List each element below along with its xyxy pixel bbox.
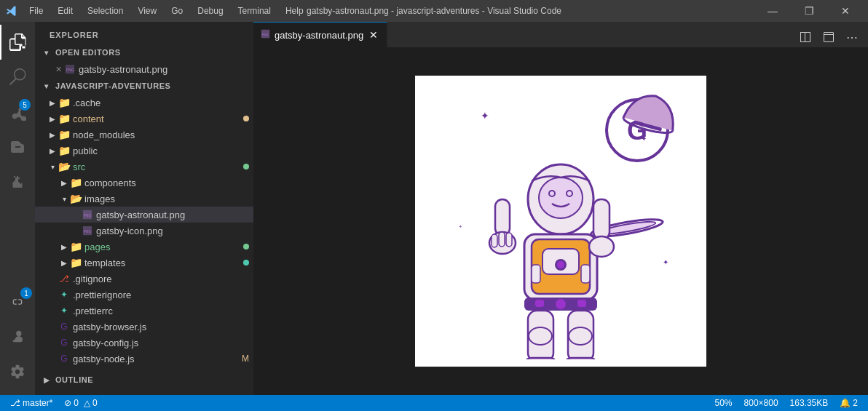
svg-rect-32 [532,265,540,283]
tree-components-folder[interactable]: ▶ 📁 components [35,175,253,191]
menu-terminal[interactable]: Terminal [232,4,277,17]
tree-gatsby-node-file[interactable]: ▶ G gatsby-node.js M [35,351,253,367]
maximize-button[interactable]: ❐ [792,0,826,22]
activity-settings-icon[interactable] [0,354,35,389]
menu-debug[interactable]: Debug [192,4,229,17]
gatsby-browser-label: gatsby-browser.js [73,322,253,332]
tree-prettierrc-file[interactable]: ▶ ✦ .prettierrc [35,303,253,319]
node-modules-arrow: ▶ [47,129,58,140]
tree-src-folder[interactable]: ▾ 📂 src [35,159,253,175]
menu-file[interactable]: File [23,4,49,17]
git-branch-icon: ⎇ [10,398,20,408]
open-editors-section[interactable]: ▾ OPEN EDITORS [35,44,253,61]
tree-images-folder[interactable]: ▾ 📂 images [35,191,253,207]
menu-edit[interactable]: Edit [52,4,79,17]
prettierrc-label: .prettierrc [73,306,253,316]
minimize-button[interactable]: — [756,0,789,22]
close-file-icon[interactable]: ✕ [52,65,64,74]
node-modules-folder-icon: 📁 [58,129,70,140]
bell-icon: 🔔 [840,398,851,408]
activity-search-icon[interactable] [0,60,35,95]
tab-gatsby-astronaut[interactable]: PNG gatsby-astronaut.png ✕ [253,22,387,47]
file-size-status[interactable]: 163.35KB [786,395,833,411]
menu-view[interactable]: View [132,4,162,17]
svg-point-35 [589,236,614,257]
gatsby-icon-filename: gatsby-icon.png [96,226,253,236]
gatsby-config-label: gatsby-config.js [73,338,253,348]
file-size-label: 163.35KB [790,398,829,408]
outline-panel-header[interactable]: ▶ OUTLINE [35,370,253,390]
components-label: components [84,177,253,188]
remote-badge: 1 [20,287,32,299]
tree-gatsby-browser-file[interactable]: ▶ G gatsby-browser.js [35,319,253,335]
menu-selection[interactable]: Selection [82,4,129,17]
gatsby-astronaut-image: ✦ ✦ + ✦ G [437,83,684,359]
activity-accounts-icon[interactable] [0,319,35,354]
image-viewer: ✦ ✦ + ✦ G [253,47,868,395]
tree-gatsby-astronaut-file[interactable]: ▶ PNG gatsby-astronaut.png [35,207,253,223]
toggle-panel-button[interactable] [818,27,839,47]
activity-bar: 5 1 [0,22,35,395]
gatsby-icon-file-icon: PNG [82,225,93,236]
tab-filename: gatsby-astronaut.png [275,30,363,41]
activity-extensions-icon[interactable] [0,164,35,199]
svg-text:PNG: PNG [262,33,269,36]
svg-point-19 [539,177,583,218]
notification-count: 2 [853,398,858,408]
open-editor-gatsby-astronaut[interactable]: ✕ PNG gatsby-astronaut.png [35,61,253,77]
errors-status[interactable]: ⊘ 0 △ 0 [60,395,101,411]
tree-templates-folder[interactable]: ▶ 📁 templates [35,255,253,271]
pages-label: pages [84,242,243,252]
source-control-badge: 5 [19,99,31,111]
svg-rect-26 [506,233,512,247]
svg-rect-22 [495,199,510,236]
vscode-logo-icon [6,5,17,17]
tree-cache-folder[interactable]: ▶ 📁 .cache [35,95,253,111]
gatsby-config-file-icon: G [58,337,70,348]
titlebar-left: File Edit Selection View Go Debug Termin… [6,4,309,17]
prettierignore-file-icon: ✦ [58,289,70,300]
activity-explorer-icon[interactable] [0,25,35,60]
tree-gatsby-icon-file[interactable]: ▶ PNG gatsby-icon.png [35,223,253,239]
project-name-label: JAVASCRIPT-ADVENTURES [55,81,170,90]
public-arrow: ▶ [47,145,58,156]
tree-public-folder[interactable]: ▶ 📁 public [35,143,253,159]
tree-content-folder[interactable]: ▶ 📁 content [35,111,253,127]
more-actions-button[interactable]: ⋯ [842,27,862,47]
window-controls: — ❐ ✕ [756,0,862,22]
svg-rect-33 [581,265,590,283]
svg-text:✦: ✦ [663,258,668,266]
content-folder-icon: 📁 [58,113,70,124]
pages-badge [243,244,249,250]
npm-scripts-panel-header[interactable]: ▶ NPM SCRIPTS [35,390,253,395]
gatsby-astronaut-file-icon: PNG [82,209,93,220]
activity-run-icon[interactable] [0,129,35,164]
gatsby-node-label: gatsby-node.js [73,354,242,364]
activity-source-control-icon[interactable]: 5 [0,95,35,129]
image-dimensions-status[interactable]: 800×800 [740,395,783,411]
svg-point-31 [557,261,564,268]
outline-arrow: ▶ [41,374,52,386]
svg-rect-42 [524,358,557,359]
svg-point-41 [529,327,552,345]
tree-pages-folder[interactable]: ▶ 📁 pages [35,239,253,255]
cache-folder-label: .cache [73,97,253,108]
git-branch-status[interactable]: ⎇ master* [6,395,57,411]
prettierrc-file-icon: ✦ [58,305,70,316]
zoom-status[interactable]: 50% [711,395,737,411]
menu-go[interactable]: Go [165,4,189,17]
svg-rect-25 [499,232,505,247]
close-button[interactable]: ✕ [829,0,862,22]
activity-remote-icon[interactable]: 1 [0,284,35,319]
tree-gitignore-file[interactable]: ▶ ⎇ .gitignore [35,271,253,287]
notifications-status[interactable]: 🔔 2 [835,395,862,411]
src-folder-icon: 📂 [58,161,70,172]
project-section[interactable]: ▾ JAVASCRIPT-ADVENTURES [35,77,253,95]
tree-gatsby-config-file[interactable]: ▶ G gatsby-config.js [35,335,253,351]
window-title: gatsby-astronaut.png - javascript-advent… [307,6,561,16]
tree-prettierignore-file[interactable]: ▶ ✦ .prettierignore [35,287,253,303]
tree-node-modules-folder[interactable]: ▶ 📁 node_modules [35,127,253,143]
menu-help[interactable]: Help [280,4,309,17]
tab-close-button[interactable]: ✕ [368,29,379,41]
split-editor-button[interactable] [795,27,816,47]
